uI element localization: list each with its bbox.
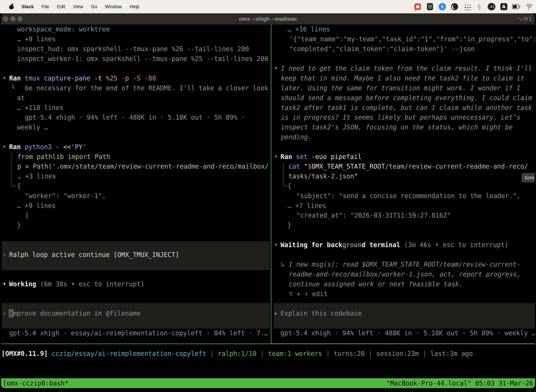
- messenger-icon[interactable]: ϟ: [438, 3, 446, 11]
- prompt-input-right: ›Explain this codebase: [1, 308, 535, 318]
- thinking-line: keep that in mind. Maybe I also need the…: [1, 73, 535, 83]
- terminal-window: omx --xhigh --madmax ⌥⌘1 workspace_mode:…: [1, 13, 535, 388]
- menu-item-app[interactable]: Slack: [21, 4, 34, 9]
- badge-61-icon[interactable]: ..61: [488, 3, 496, 11]
- menu-items: Slack FileEditViewGoWindowHelp: [0, 4, 139, 9]
- menu-item-file[interactable]: File: [42, 4, 49, 9]
- minimize-button[interactable]: [10, 16, 15, 21]
- menu-item-go[interactable]: Go: [91, 4, 97, 9]
- battery-charging-icon[interactable]: [512, 3, 520, 11]
- json-output-line: "subject": "send a concise recommendatio…: [1, 191, 535, 201]
- json-output-line: }: [1, 220, 535, 230]
- screen-edge-tooltip: Scre: [522, 173, 535, 182]
- ran-set-command: •Ran set -euo pipefail: [1, 152, 535, 162]
- new-message-line: ↳ 1 new msg(s): read $OMX_TEAM_STATE_ROO…: [1, 260, 535, 269]
- elided-lines: … +16 lines: [1, 24, 535, 34]
- ran-python-command: •Ran python3 - <<'PY': [1, 142, 535, 152]
- menu-item-view[interactable]: View: [73, 4, 83, 9]
- tmux-status-bar: [omx-cczip0:bash* "MacBook-Pro-44.local"…: [1, 378, 535, 388]
- moon-icon[interactable]: [450, 3, 459, 11]
- wifi-icon[interactable]: [524, 3, 532, 11]
- menu-item-help[interactable]: Help: [129, 4, 139, 9]
- elided-lines: … +7 lines: [1, 201, 535, 211]
- squiggle-icon[interactable]: §: [475, 3, 483, 11]
- window-title-bar[interactable]: omx --xhigh --madmax ⌥⌘1: [1, 13, 535, 25]
- session-status-right: gpt-5.4 xhigh · 94% left · 488K in · 5.1…: [1, 328, 535, 338]
- close-button[interactable]: [3, 16, 8, 21]
- menu-item-edit[interactable]: Edit: [57, 4, 65, 9]
- window-shortcut-hint: ⌥⌘1: [517, 13, 532, 24]
- keypad-icon[interactable]: [426, 3, 434, 11]
- json-arg-line: '{"team_name":"my-team","task_id":"1","f…: [1, 34, 535, 44]
- macos-menu-bar: Slack FileEditViewGoWindowHelp ϟ§..61A: [0, 0, 536, 13]
- ralph-loop-banner: ›Ralph loop active continue [OMX_TMUX_IN…: [1, 250, 535, 260]
- thinking-line: task2 after task1 is complete, but can I…: [1, 103, 535, 113]
- thinking-line: inspect task2's JSON, focusing on the st…: [1, 122, 535, 132]
- code-line: cat "$OMX_TEAM_STATE_ROOT/team/review-cu…: [1, 162, 535, 171]
- pane-divider-vertical[interactable]: [271, 24, 271, 344]
- thinking-line: pending.: [1, 132, 535, 142]
- apple-icon[interactable]: [9, 4, 14, 9]
- waiting-status: •Waiting for background terminal (3m 46s…: [1, 240, 535, 250]
- thinking-line: is in progress? It seems likely but perh…: [1, 112, 535, 122]
- new-message-line: readme-and-reco/mailbox/worker-1.json, a…: [1, 269, 535, 279]
- zoom-button[interactable]: [17, 16, 23, 21]
- window-title: omx --xhigh --madmax: [239, 13, 297, 24]
- screen-record-icon[interactable]: [414, 3, 422, 11]
- tmux-host-clock: "MacBook-Pro-44.local" 05:03 31-Mar-26: [386, 379, 533, 387]
- tmux-session-name: [omx-cczip0:bash*: [3, 379, 69, 387]
- dots-grid-icon[interactable]: [463, 3, 471, 11]
- json-output-line: {: [1, 181, 535, 191]
- menu-item-window[interactable]: Window: [105, 4, 122, 9]
- thinking-line: later. Using the same for transition mig…: [1, 83, 535, 93]
- json-arg-line: "completed","claim_token":"claim-token"}…: [1, 44, 535, 54]
- input-a-icon[interactable]: A: [500, 3, 508, 11]
- pane-border-active: [1, 344, 271, 344]
- thinking-line: should send a message before completing …: [1, 93, 535, 103]
- menu-status-icons: ϟ§..61A: [414, 3, 536, 11]
- new-message-line: continue assigned work or next feasible …: [1, 279, 535, 289]
- json-output-line: "created_at": "2026-03-31T11:59:27.816Z": [1, 210, 535, 220]
- thinking-line: •I need to get the claim token from the …: [1, 64, 535, 73]
- inspect-worker-line: inspect_worker-1: omx sparkshell --tmux-…: [1, 54, 535, 64]
- omx-status-line: [OMX#0.11.9] cczip/essay/ai-reimplementa…: [1, 349, 535, 359]
- code-line: tasks/task-2.json": [1, 171, 535, 181]
- pane-border-inactive: [271, 344, 535, 344]
- edit-hint-line: ⌥ + ↑ edit: [1, 289, 535, 299]
- screen: { "menu_bar": { "app_name": "Slack", "it…: [0, 0, 536, 392]
